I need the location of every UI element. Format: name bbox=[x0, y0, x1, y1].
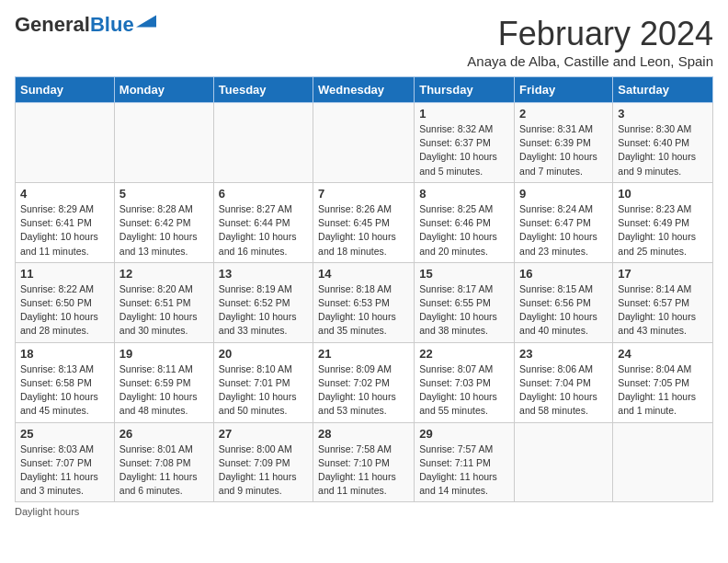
day-number: 13 bbox=[219, 267, 308, 281]
calendar-cell bbox=[114, 103, 213, 183]
day-info: Sunrise: 8:27 AM Sunset: 6:44 PM Dayligh… bbox=[219, 203, 297, 257]
day-number: 25 bbox=[20, 427, 109, 441]
calendar-cell: 18Sunrise: 8:13 AM Sunset: 6:58 PM Dayli… bbox=[16, 342, 115, 422]
day-number: 9 bbox=[519, 187, 608, 201]
day-number: 6 bbox=[219, 187, 308, 201]
day-info: Sunrise: 8:20 AM Sunset: 6:51 PM Dayligh… bbox=[119, 283, 198, 337]
footer-note: Daylight hours bbox=[15, 506, 713, 517]
calendar-cell bbox=[515, 422, 613, 502]
location-subtitle: Anaya de Alba, Castille and Leon, Spain bbox=[467, 53, 713, 69]
day-number: 18 bbox=[20, 347, 109, 361]
day-info: Sunrise: 8:25 AM Sunset: 6:46 PM Dayligh… bbox=[419, 203, 497, 257]
dow-wednesday: Wednesday bbox=[313, 77, 415, 103]
calendar-cell: 10Sunrise: 8:23 AM Sunset: 6:49 PM Dayli… bbox=[613, 182, 713, 262]
calendar-cell: 22Sunrise: 8:07 AM Sunset: 7:03 PM Dayli… bbox=[415, 342, 515, 422]
day-number: 5 bbox=[119, 187, 209, 201]
dow-thursday: Thursday bbox=[415, 77, 515, 103]
calendar-cell: 15Sunrise: 8:17 AM Sunset: 6:55 PM Dayli… bbox=[415, 262, 515, 342]
calendar-cell: 13Sunrise: 8:19 AM Sunset: 6:52 PM Dayli… bbox=[213, 262, 313, 342]
dow-saturday: Saturday bbox=[613, 77, 713, 103]
calendar-cell: 20Sunrise: 8:10 AM Sunset: 7:01 PM Dayli… bbox=[213, 342, 313, 422]
day-number: 20 bbox=[219, 347, 308, 361]
day-info: Sunrise: 8:17 AM Sunset: 6:55 PM Dayligh… bbox=[419, 283, 497, 337]
calendar-cell: 28Sunrise: 7:58 AM Sunset: 7:10 PM Dayli… bbox=[313, 422, 415, 502]
dow-monday: Monday bbox=[114, 77, 213, 103]
week-row-1: 4Sunrise: 8:29 AM Sunset: 6:41 PM Daylig… bbox=[16, 182, 713, 262]
day-info: Sunrise: 7:58 AM Sunset: 7:10 PM Dayligh… bbox=[318, 443, 396, 497]
week-row-4: 25Sunrise: 8:03 AM Sunset: 7:07 PM Dayli… bbox=[16, 422, 713, 502]
title-block: February 2024 Anaya de Alba, Castille an… bbox=[467, 15, 713, 69]
day-number: 19 bbox=[119, 347, 209, 361]
day-info: Sunrise: 8:24 AM Sunset: 6:47 PM Dayligh… bbox=[519, 203, 597, 257]
calendar-cell bbox=[313, 103, 415, 183]
day-number: 17 bbox=[618, 267, 708, 281]
day-number: 28 bbox=[318, 427, 409, 441]
calendar-cell: 23Sunrise: 8:06 AM Sunset: 7:04 PM Dayli… bbox=[515, 342, 613, 422]
calendar-body: 1Sunrise: 8:32 AM Sunset: 6:37 PM Daylig… bbox=[16, 103, 713, 502]
calendar-cell: 14Sunrise: 8:18 AM Sunset: 6:53 PM Dayli… bbox=[313, 262, 415, 342]
day-number: 15 bbox=[419, 267, 509, 281]
day-number: 2 bbox=[519, 107, 608, 121]
day-info: Sunrise: 8:29 AM Sunset: 6:41 PM Dayligh… bbox=[20, 203, 98, 257]
calendar-cell: 26Sunrise: 8:01 AM Sunset: 7:08 PM Dayli… bbox=[114, 422, 213, 502]
calendar-cell: 8Sunrise: 8:25 AM Sunset: 6:46 PM Daylig… bbox=[415, 182, 515, 262]
calendar-cell: 12Sunrise: 8:20 AM Sunset: 6:51 PM Dayli… bbox=[114, 262, 213, 342]
calendar-cell: 5Sunrise: 8:28 AM Sunset: 6:42 PM Daylig… bbox=[114, 182, 213, 262]
day-number: 21 bbox=[318, 347, 409, 361]
day-number: 24 bbox=[618, 347, 708, 361]
calendar-cell: 11Sunrise: 8:22 AM Sunset: 6:50 PM Dayli… bbox=[16, 262, 115, 342]
day-number: 22 bbox=[419, 347, 509, 361]
calendar-cell: 19Sunrise: 8:11 AM Sunset: 6:59 PM Dayli… bbox=[114, 342, 213, 422]
calendar-cell: 7Sunrise: 8:26 AM Sunset: 6:45 PM Daylig… bbox=[313, 182, 415, 262]
calendar-cell: 3Sunrise: 8:30 AM Sunset: 6:40 PM Daylig… bbox=[613, 103, 713, 183]
calendar-cell: 25Sunrise: 8:03 AM Sunset: 7:07 PM Dayli… bbox=[16, 422, 115, 502]
calendar-table: SundayMondayTuesdayWednesdayThursdayFrid… bbox=[15, 76, 713, 502]
calendar-cell: 29Sunrise: 7:57 AM Sunset: 7:11 PM Dayli… bbox=[415, 422, 515, 502]
day-info: Sunrise: 7:57 AM Sunset: 7:11 PM Dayligh… bbox=[419, 443, 497, 497]
daylight-hours-label: Daylight hours bbox=[15, 506, 79, 517]
day-number: 27 bbox=[219, 427, 308, 441]
calendar-cell bbox=[613, 422, 713, 502]
day-info: Sunrise: 8:31 AM Sunset: 6:39 PM Dayligh… bbox=[519, 123, 597, 177]
svg-marker-0 bbox=[136, 15, 156, 27]
calendar-cell: 16Sunrise: 8:15 AM Sunset: 6:56 PM Dayli… bbox=[515, 262, 613, 342]
day-info: Sunrise: 8:09 AM Sunset: 7:02 PM Dayligh… bbox=[318, 363, 396, 417]
day-info: Sunrise: 8:23 AM Sunset: 6:49 PM Dayligh… bbox=[618, 203, 696, 257]
day-info: Sunrise: 8:15 AM Sunset: 6:56 PM Dayligh… bbox=[519, 283, 597, 337]
day-number: 11 bbox=[20, 267, 109, 281]
calendar-cell: 21Sunrise: 8:09 AM Sunset: 7:02 PM Dayli… bbox=[313, 342, 415, 422]
calendar-cell: 27Sunrise: 8:00 AM Sunset: 7:09 PM Dayli… bbox=[213, 422, 313, 502]
day-info: Sunrise: 8:04 AM Sunset: 7:05 PM Dayligh… bbox=[618, 363, 696, 417]
calendar-cell: 9Sunrise: 8:24 AM Sunset: 6:47 PM Daylig… bbox=[515, 182, 613, 262]
week-row-0: 1Sunrise: 8:32 AM Sunset: 6:37 PM Daylig… bbox=[16, 103, 713, 183]
day-number: 29 bbox=[419, 427, 509, 441]
week-row-3: 18Sunrise: 8:13 AM Sunset: 6:58 PM Dayli… bbox=[16, 342, 713, 422]
day-info: Sunrise: 8:00 AM Sunset: 7:09 PM Dayligh… bbox=[219, 443, 297, 497]
calendar-cell: 2Sunrise: 8:31 AM Sunset: 6:39 PM Daylig… bbox=[515, 103, 613, 183]
calendar-cell: 1Sunrise: 8:32 AM Sunset: 6:37 PM Daylig… bbox=[415, 103, 515, 183]
day-number: 23 bbox=[519, 347, 608, 361]
calendar-cell: 24Sunrise: 8:04 AM Sunset: 7:05 PM Dayli… bbox=[613, 342, 713, 422]
day-number: 16 bbox=[519, 267, 608, 281]
day-number: 8 bbox=[419, 187, 509, 201]
day-number: 1 bbox=[419, 107, 509, 121]
calendar-cell: 17Sunrise: 8:14 AM Sunset: 6:57 PM Dayli… bbox=[613, 262, 713, 342]
day-number: 10 bbox=[618, 187, 708, 201]
day-number: 7 bbox=[318, 187, 409, 201]
calendar-cell bbox=[213, 103, 313, 183]
day-info: Sunrise: 8:11 AM Sunset: 6:59 PM Dayligh… bbox=[119, 363, 198, 417]
day-number: 3 bbox=[618, 107, 708, 121]
dow-tuesday: Tuesday bbox=[213, 77, 313, 103]
header: GeneralBlue February 2024 Anaya de Alba,… bbox=[15, 15, 713, 69]
day-info: Sunrise: 8:03 AM Sunset: 7:07 PM Dayligh… bbox=[20, 443, 98, 497]
logo-text: GeneralBlue bbox=[15, 15, 134, 35]
day-number: 14 bbox=[318, 267, 409, 281]
day-info: Sunrise: 8:30 AM Sunset: 6:40 PM Dayligh… bbox=[618, 123, 696, 177]
logo: GeneralBlue bbox=[15, 15, 156, 35]
day-info: Sunrise: 8:32 AM Sunset: 6:37 PM Dayligh… bbox=[419, 123, 497, 177]
day-info: Sunrise: 8:18 AM Sunset: 6:53 PM Dayligh… bbox=[318, 283, 396, 337]
dow-friday: Friday bbox=[515, 77, 613, 103]
day-info: Sunrise: 8:22 AM Sunset: 6:50 PM Dayligh… bbox=[20, 283, 98, 337]
day-info: Sunrise: 8:19 AM Sunset: 6:52 PM Dayligh… bbox=[219, 283, 297, 337]
day-number: 4 bbox=[20, 187, 109, 201]
